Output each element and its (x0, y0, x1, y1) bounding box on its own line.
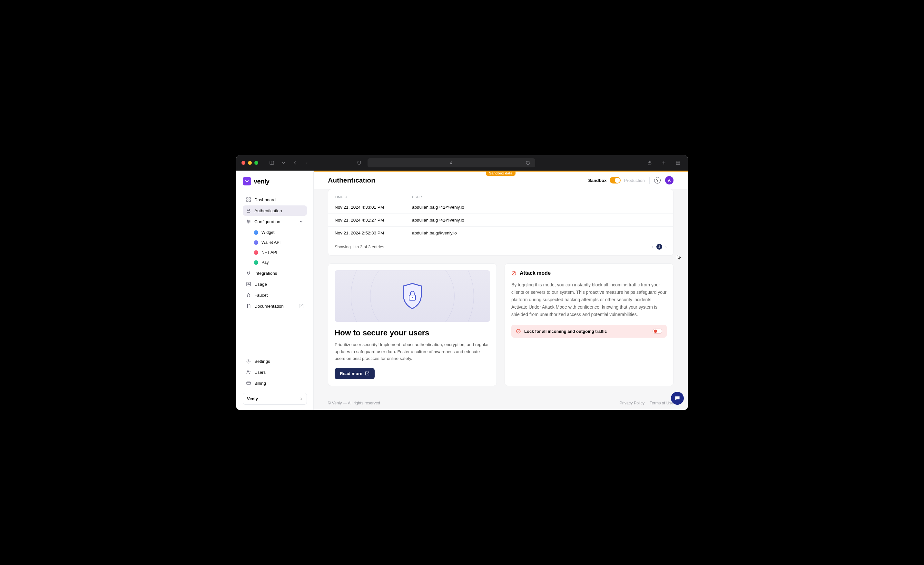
sidebar-bottom: Settings Users Billing Venly (243, 356, 307, 405)
svg-point-18 (247, 220, 248, 221)
footer-privacy-link[interactable]: Privacy Policy (620, 401, 645, 406)
read-more-button[interactable]: Read more (334, 368, 375, 379)
sidebar-item-usage[interactable]: Usage (243, 279, 307, 289)
svg-point-27 (248, 361, 249, 362)
reload-button[interactable] (524, 158, 532, 167)
sidebar-item-configuration[interactable]: Configuration (243, 216, 307, 227)
tabs-overview-icon[interactable] (674, 158, 682, 167)
svg-point-28 (247, 371, 249, 372)
attack-mode-body: By toggling this mode, you can instantly… (512, 281, 667, 318)
sidebar-item-nft-api[interactable]: NFT API (250, 247, 307, 257)
chevron-down-icon[interactable] (279, 158, 288, 167)
sidebar-item-label: Dashboard (254, 197, 276, 202)
privacy-shield-icon[interactable] (355, 158, 364, 167)
svg-rect-30 (247, 382, 250, 385)
cell-user: abdullah.baig+41@venly.io (412, 205, 667, 210)
sidebar-item-label: Faucet (254, 293, 268, 298)
info-card-body: Prioritize user security! Implement robu… (334, 341, 490, 362)
logo[interactable]: venly (243, 177, 307, 185)
sidebar-item-settings[interactable]: Settings (243, 356, 307, 366)
attack-mode-title: Attack mode (520, 270, 550, 276)
chart-icon (246, 281, 251, 287)
chat-widget-button[interactable] (671, 392, 684, 405)
environment-toggle[interactable]: Sandbox Production (588, 177, 645, 183)
sidebar-item-billing[interactable]: Billing (243, 378, 307, 388)
svg-rect-2 (450, 163, 452, 164)
cell-time: Nov 21, 2024 4:33:01 PM (334, 205, 412, 210)
cell-time: Nov 21, 2024 2:52:33 PM (334, 231, 412, 236)
column-header-time[interactable]: TIME (334, 195, 412, 199)
document-icon (246, 304, 251, 309)
sandbox-banner: Sandbox data (486, 171, 516, 176)
gear-icon (246, 359, 251, 364)
sidebar-item-authentication[interactable]: Authentication (243, 206, 307, 216)
maximize-window-button[interactable] (254, 161, 258, 165)
sidebar-item-faucet[interactable]: Faucet (243, 290, 307, 300)
svg-rect-12 (247, 200, 248, 201)
svg-rect-10 (247, 198, 248, 199)
chat-icon (674, 395, 681, 401)
footer: © Venly — All rights reserved Privacy Po… (314, 396, 688, 410)
share-icon[interactable] (645, 158, 654, 167)
svg-point-19 (249, 221, 250, 222)
table-header: TIME USER (328, 195, 673, 201)
url-bar[interactable] (368, 158, 535, 167)
table-row: Nov 21, 2024 4:33:01 PM abdullah.baig+41… (328, 201, 673, 213)
sidebar-item-dashboard[interactable]: Dashboard (243, 194, 307, 205)
pagination-prev[interactable]: ‹ (652, 245, 653, 249)
external-link-icon (298, 304, 304, 309)
cell-user: abdullah.baig@venly.io (412, 231, 667, 236)
sidebar-item-integrations[interactable]: Integrations (243, 268, 307, 278)
sidebar-item-wallet-api[interactable]: Wallet API (250, 237, 307, 247)
secure-users-card: How to secure your users Prioritize user… (328, 263, 497, 386)
sidebar-item-label: NFT API (261, 250, 277, 255)
back-button[interactable] (291, 158, 300, 167)
config-submenu: Widget Wallet API NFT API Pay (243, 227, 307, 267)
info-card-title: How to secure your users (334, 328, 490, 337)
toggle-switch[interactable] (610, 177, 621, 183)
sidebar-item-pay[interactable]: Pay (250, 257, 307, 267)
lock-traffic-toggle[interactable] (652, 329, 662, 334)
sidebar-item-label: Integrations (254, 271, 277, 276)
credit-card-icon (246, 380, 251, 386)
sort-desc-icon (345, 195, 348, 199)
attack-mode-card: Attack mode By toggling this mode, you c… (504, 263, 674, 386)
drop-icon (246, 293, 251, 298)
sidebar-item-label: Documentation (254, 304, 284, 309)
sidebar-toggle-icon[interactable] (267, 158, 276, 167)
footer-terms-link[interactable]: Terms of Use (650, 401, 674, 406)
lock-icon (246, 208, 251, 213)
sidebar-item-documentation[interactable]: Documentation (243, 301, 307, 311)
sidebar-item-widget[interactable]: Widget (250, 227, 307, 237)
pagination-next[interactable]: › (665, 245, 667, 249)
sidebar-item-label: Settings (254, 359, 270, 364)
avatar[interactable]: A (665, 176, 674, 185)
sidebar-item-users[interactable]: Users (243, 367, 307, 377)
help-icon[interactable]: ? (654, 177, 661, 183)
cell-time: Nov 21, 2024 4:31:27 PM (334, 218, 412, 222)
svg-line-36 (513, 272, 515, 275)
nft-dot-icon (254, 250, 258, 255)
auth-log-card: TIME USER Nov 21, 2024 4:33:01 PM abdull… (328, 189, 674, 256)
svg-rect-13 (249, 200, 250, 201)
page-title: Authentication (328, 176, 375, 184)
new-tab-button[interactable] (659, 158, 668, 167)
svg-line-38 (517, 330, 520, 332)
pagination-page[interactable]: 1 (656, 244, 662, 249)
org-name: Venly (247, 396, 258, 401)
ban-icon (516, 329, 521, 334)
svg-rect-0 (270, 161, 274, 165)
widget-dot-icon (254, 230, 258, 235)
pay-dot-icon (254, 260, 258, 265)
minimize-window-button[interactable] (248, 161, 252, 165)
footer-copyright: © Venly — All rights reserved (328, 401, 380, 406)
svg-rect-7 (678, 161, 680, 163)
table-row: Nov 21, 2024 4:31:27 PM abdullah.baig+41… (328, 213, 673, 226)
org-switcher[interactable]: Venly (243, 393, 307, 405)
sidebar-item-label: Pay (261, 260, 268, 265)
svg-rect-14 (247, 210, 250, 212)
column-header-user[interactable]: USER (412, 195, 667, 199)
sidebar: venly Dashboard Authentication Configura… (236, 171, 314, 410)
close-window-button[interactable] (242, 161, 245, 165)
forward-button[interactable] (302, 158, 311, 167)
